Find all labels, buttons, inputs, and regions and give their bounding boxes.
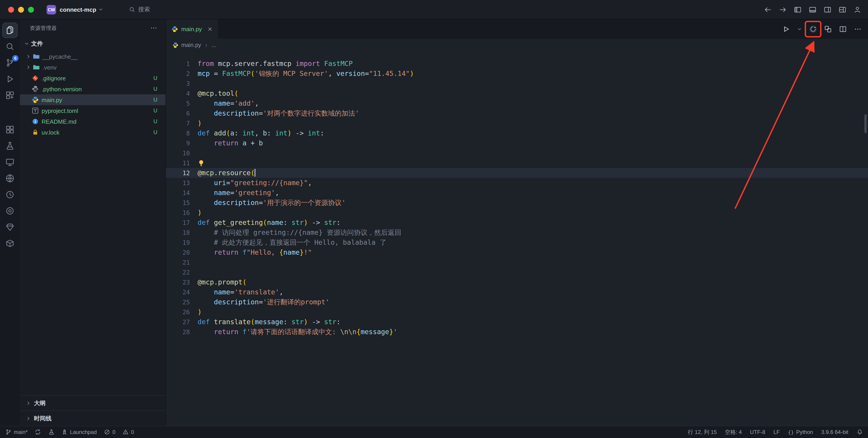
code-line-23[interactable]: 23@mcp.prompt(: [166, 277, 868, 287]
activity-item-live-preview[interactable]: [1, 170, 19, 187]
line-number[interactable]: 11: [166, 158, 190, 168]
status-notifications[interactable]: [857, 429, 863, 435]
window-zoom-button[interactable]: [28, 6, 34, 12]
close-icon[interactable]: [207, 26, 213, 32]
code-line-28[interactable]: 28 return f'请将下面的话语翻译成中文: \n\n{message}': [166, 327, 868, 337]
status-cursor-position[interactable]: 行 12, 列 15: [688, 428, 717, 436]
code-line-18[interactable]: 18 # 访问处理 greeting://{name} 资源访问协议，然后返回: [166, 228, 868, 237]
line-number[interactable]: 3: [166, 78, 190, 89]
layout-customize-button[interactable]: [836, 3, 848, 16]
code-line-13[interactable]: 13 uri="greeting://{name}",: [166, 178, 868, 188]
lightbulb-icon[interactable]: [197, 159, 205, 167]
file-row-.python-version[interactable]: .python-versionU: [20, 83, 165, 94]
line-number[interactable]: 24: [166, 287, 190, 297]
line-number[interactable]: 20: [166, 247, 190, 258]
more-actions-button[interactable]: [854, 25, 862, 33]
line-number[interactable]: 22: [166, 267, 190, 277]
openmcp-button[interactable]: [809, 25, 817, 33]
file-row-pyproject.toml[interactable]: pyproject.tomlU: [20, 105, 165, 116]
code-line-1[interactable]: 1from mcp.server.fastmcp import FastMCP: [166, 59, 868, 69]
status-errors[interactable]: 0: [104, 429, 115, 435]
tab-main-py[interactable]: main.py: [166, 20, 219, 39]
file-row-README.md[interactable]: README.mdU: [20, 116, 165, 127]
line-number[interactable]: 7: [166, 118, 190, 128]
code-line-11[interactable]: 11: [166, 158, 868, 168]
code-line-25[interactable]: 25 description='进行翻译的prompt': [166, 297, 868, 307]
line-number[interactable]: 25: [166, 297, 190, 307]
activity-item-run-target[interactable]: [1, 203, 19, 219]
code-line-17[interactable]: 17def get_greeting(name: str) -> str:: [166, 217, 868, 228]
code-line-12[interactable]: 12@mcp.resource(: [166, 168, 868, 178]
activity-item-gem-tool[interactable]: [1, 219, 19, 235]
more-actions-icon[interactable]: [150, 24, 157, 32]
status-eol[interactable]: LF: [774, 429, 780, 435]
code-line-27[interactable]: 27def translate(message: str) -> str:: [166, 317, 868, 327]
activity-item-source-control[interactable]: 6: [1, 55, 19, 71]
status-branch[interactable]: main*: [5, 429, 28, 435]
line-number[interactable]: 5: [166, 98, 190, 108]
line-number[interactable]: 27: [166, 317, 190, 327]
activity-item-apps-grid[interactable]: [1, 122, 19, 138]
code-line-10[interactable]: 10: [166, 148, 868, 158]
code-line-21[interactable]: 21: [166, 258, 868, 267]
activity-item-search[interactable]: [1, 38, 19, 55]
code-line-14[interactable]: 14 name='greeting',: [166, 188, 868, 198]
code-line-16[interactable]: 16): [166, 208, 868, 217]
run-dropdown-button[interactable]: [797, 27, 802, 32]
layout-sidebar-right-button[interactable]: [821, 3, 834, 16]
code-line-4[interactable]: 4@mcp.tool(: [166, 89, 868, 98]
breadcrumb-file[interactable]: main.py: [181, 42, 201, 48]
line-number[interactable]: 28: [166, 327, 190, 337]
status-sync[interactable]: [35, 429, 41, 435]
line-number[interactable]: 13: [166, 178, 190, 188]
activity-item-containers[interactable]: [1, 235, 19, 251]
line-number[interactable]: 23: [166, 277, 190, 287]
timeline-section[interactable]: 时间线: [20, 410, 165, 426]
layout-sidebar-left-button[interactable]: [791, 3, 804, 16]
status-experiments[interactable]: [48, 429, 54, 435]
code-line-26[interactable]: 26): [166, 307, 868, 317]
arrow-left-button[interactable]: [761, 3, 774, 16]
activity-item-run-and-debug[interactable]: [1, 71, 19, 87]
activity-item-remote-explorer[interactable]: [1, 154, 19, 170]
code-line-9[interactable]: 9 return a + b: [166, 138, 868, 148]
line-number[interactable]: 14: [166, 188, 190, 198]
file-row-main.py[interactable]: main.pyU: [20, 94, 165, 105]
code-line-24[interactable]: 24 name='translate',: [166, 287, 868, 297]
line-number[interactable]: 18: [166, 228, 190, 237]
file-row-.gitignore[interactable]: .gitignoreU: [20, 73, 165, 83]
file-row-.venv[interactable]: .venv: [20, 62, 165, 73]
code-line-20[interactable]: 20 return f"Hello, {name}!": [166, 247, 868, 258]
run-button[interactable]: [782, 25, 790, 33]
split-editor-button[interactable]: [839, 25, 847, 33]
status-encoding[interactable]: UTF-8: [750, 429, 765, 435]
open-changes-button[interactable]: [824, 25, 832, 33]
workspace-menu[interactable]: CM connect-mcp: [46, 5, 103, 14]
line-number[interactable]: 17: [166, 217, 190, 228]
file-row-uv.lock[interactable]: uv.lockU: [20, 127, 165, 138]
status-language[interactable]: {}Python: [788, 429, 813, 435]
scrollbar-thumb[interactable]: [864, 114, 867, 133]
activity-item-testing[interactable]: [1, 138, 19, 154]
status-interpreter[interactable]: 3.9.6 64-bit: [821, 429, 848, 435]
code-line-7[interactable]: 7): [166, 118, 868, 128]
line-number[interactable]: 4: [166, 89, 190, 98]
line-number[interactable]: 16: [166, 208, 190, 217]
account-button[interactable]: [851, 3, 864, 16]
global-search[interactable]: 搜索: [129, 5, 150, 13]
line-number[interactable]: 9: [166, 138, 190, 148]
files-section-header[interactable]: 文件: [20, 37, 165, 51]
activity-item-timeline-history[interactable]: [1, 187, 19, 203]
line-number[interactable]: 21: [166, 258, 190, 267]
status-launchpad[interactable]: Launchpad: [61, 429, 97, 435]
activity-item-extensions[interactable]: [1, 87, 19, 103]
window-close-button[interactable]: [8, 6, 14, 12]
code-line-8[interactable]: 8def add(a: int, b: int) -> int:: [166, 128, 868, 138]
layout-panel-button[interactable]: [806, 3, 819, 16]
code-line-6[interactable]: 6 description='对两个数字进行实数域的加法': [166, 108, 868, 118]
line-number[interactable]: 10: [166, 148, 190, 158]
code-line-5[interactable]: 5 name='add',: [166, 98, 868, 108]
line-number[interactable]: 8: [166, 128, 190, 138]
status-indentation[interactable]: 空格: 4: [725, 428, 742, 436]
window-minimize-button[interactable]: [18, 6, 24, 12]
